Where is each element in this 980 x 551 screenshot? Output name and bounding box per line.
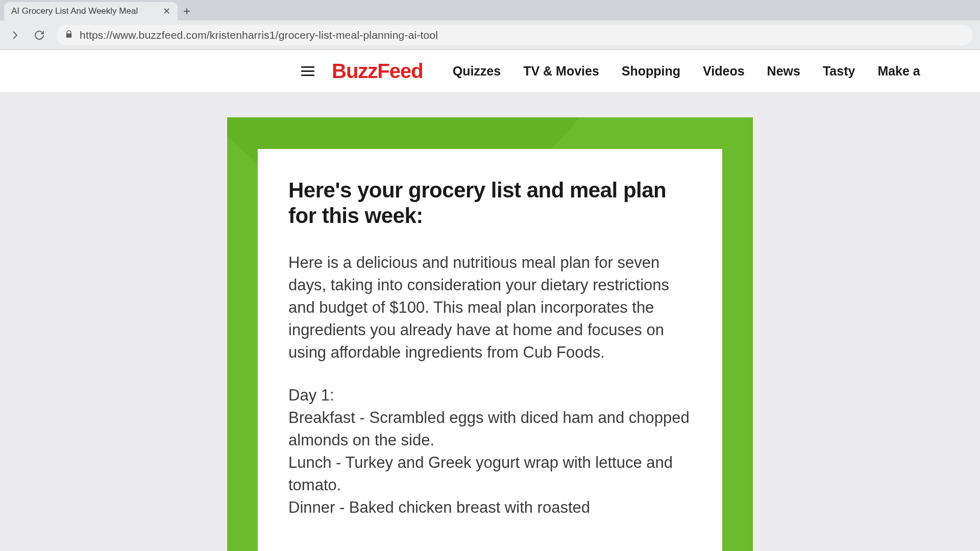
reload-button[interactable]	[32, 28, 47, 43]
result-intro: Here is a delicious and nutritious meal …	[288, 252, 692, 364]
day1-label: Day 1:	[288, 386, 334, 404]
page: BuzzFeed Quizzes TV & Movies Shopping Vi…	[0, 50, 980, 551]
lock-icon	[64, 30, 74, 41]
day1-breakfast: Breakfast - Scrambled eggs with diced ha…	[288, 409, 690, 449]
primary-nav: Quizzes TV & Movies Shopping Videos News…	[453, 64, 920, 79]
result-panel: Here's your grocery list and meal plan f…	[227, 117, 753, 551]
site-header: BuzzFeed Quizzes TV & Movies Shopping Vi…	[0, 50, 980, 93]
arrow-right-icon	[9, 29, 21, 41]
tab-strip: AI Grocery List And Weekly Meal ✕ +	[0, 0, 980, 20]
result-heading: Here's your grocery list and meal plan f…	[288, 178, 692, 228]
content-area: Here's your grocery list and meal plan f…	[0, 93, 980, 551]
result-body: Here is a delicious and nutritious meal …	[288, 252, 692, 519]
new-tab-button[interactable]: +	[178, 2, 196, 20]
nav-link-tv-movies[interactable]: TV & Movies	[523, 64, 599, 79]
address-bar[interactable]: https://www.buzzfeed.com/kristenharris1/…	[56, 25, 973, 45]
nav-link-news[interactable]: News	[767, 64, 800, 79]
plus-icon: +	[183, 4, 190, 18]
tab-title: AI Grocery List And Weekly Meal	[11, 6, 158, 16]
forward-button[interactable]	[7, 28, 22, 43]
browser-tab[interactable]: AI Grocery List And Weekly Meal ✕	[4, 2, 178, 20]
day1-block: Day 1: Breakfast - Scrambled eggs with d…	[288, 384, 692, 519]
browser-toolbar: https://www.buzzfeed.com/kristenharris1/…	[0, 20, 980, 50]
site-logo[interactable]: BuzzFeed	[332, 60, 423, 83]
nav-link-quizzes[interactable]: Quizzes	[453, 64, 501, 79]
reload-icon	[33, 29, 45, 41]
result-card: Here's your grocery list and meal plan f…	[258, 149, 722, 551]
url-text: https://www.buzzfeed.com/kristenharris1/…	[80, 29, 438, 41]
nav-link-tasty[interactable]: Tasty	[823, 64, 855, 79]
browser-chrome: AI Grocery List And Weekly Meal ✕ + http…	[0, 0, 980, 50]
nav-link-make-a[interactable]: Make a	[877, 64, 920, 79]
nav-link-shopping[interactable]: Shopping	[622, 64, 680, 79]
day1-lunch: Lunch - Turkey and Greek yogurt wrap wit…	[288, 454, 673, 494]
hamburger-icon[interactable]	[301, 66, 314, 76]
nav-link-videos[interactable]: Videos	[703, 64, 745, 79]
day1-dinner: Dinner - Baked chicken breast with roast…	[288, 498, 590, 516]
close-icon[interactable]: ✕	[163, 7, 170, 16]
